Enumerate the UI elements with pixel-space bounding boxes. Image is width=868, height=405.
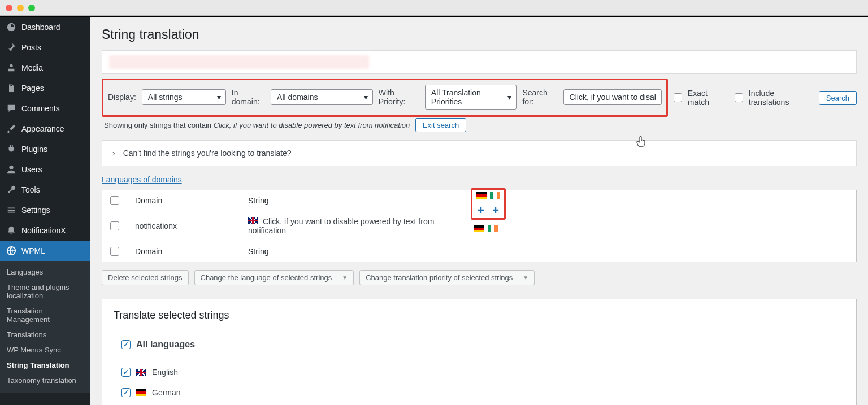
- filter-bar: Display: All strings In domain: All doma…: [102, 79, 668, 117]
- german-label: German: [152, 388, 181, 397]
- sidebar-item-pages[interactable]: Pages: [0, 78, 90, 98]
- bell-icon: [6, 225, 17, 236]
- flag-de-icon: [474, 225, 484, 232]
- select-all-checkbox-bottom[interactable]: [110, 247, 119, 256]
- submenu-item-languages[interactable]: Languages: [0, 264, 90, 280]
- sidebar-item-comments[interactable]: Comments: [0, 98, 90, 119]
- sidebar-label: WPML: [21, 246, 45, 255]
- select-all-checkbox[interactable]: [110, 196, 119, 205]
- all-languages-checkbox[interactable]: [121, 340, 131, 349]
- priority-label: With Priority:: [379, 88, 419, 106]
- window-maximize-button[interactable]: [28, 5, 35, 11]
- sidebar-label: Posts: [21, 43, 41, 52]
- sidebar-label: Settings: [21, 206, 50, 215]
- panel-title: Translate selected strings: [114, 310, 845, 321]
- submenu-item-string-translation[interactable]: String Translation: [0, 358, 90, 373]
- sidebar-label: NotificationX: [21, 226, 66, 235]
- flag-uk-icon: [248, 217, 258, 224]
- chevron-right-icon: ›: [112, 149, 115, 158]
- brush-icon: [6, 123, 17, 134]
- delete-selected-button[interactable]: Delete selected strings: [102, 270, 189, 285]
- english-checkbox[interactable]: [121, 368, 131, 377]
- domain-select[interactable]: All domains: [271, 89, 373, 105]
- flag-ie-icon: [488, 225, 498, 232]
- submenu-item-translation-management[interactable]: Translation Management: [0, 303, 90, 327]
- window-minimize-button[interactable]: [17, 5, 24, 11]
- sidebar-label: Media: [21, 63, 43, 72]
- lang-row-english: English: [114, 362, 845, 382]
- add-translation-de-button[interactable]: +: [475, 204, 487, 216]
- tips-accordion[interactable]: › Can't find the strings you're looking …: [102, 140, 857, 166]
- wrench-icon: [6, 184, 17, 195]
- english-label: English: [152, 368, 178, 377]
- media-icon: [6, 62, 17, 73]
- pin-icon: [6, 42, 17, 53]
- domain-label: In domain:: [232, 88, 265, 106]
- admin-notice: [102, 50, 857, 74]
- submenu-item-taxonomy-translation[interactable]: Taxonomy translation: [0, 373, 90, 388]
- admin-sidebar: Dashboard Posts Media Pages Comments: [0, 17, 90, 405]
- sidebar-item-media[interactable]: Media: [0, 58, 90, 78]
- display-label: Display:: [108, 93, 136, 102]
- exact-match-checkbox[interactable]: [674, 93, 682, 102]
- sidebar-label: Appearance: [21, 124, 64, 133]
- col-string: String: [248, 196, 474, 205]
- sidebar-item-posts[interactable]: Posts: [0, 37, 90, 58]
- sidebar-item-dashboard[interactable]: Dashboard: [0, 17, 90, 37]
- col-domain: Domain: [135, 247, 248, 256]
- sidebar-label: Plugins: [21, 145, 47, 154]
- sidebar-label: Comments: [21, 104, 60, 113]
- wpml-submenu: Languages Theme and plugins localization…: [0, 261, 90, 393]
- sidebar-item-wpml[interactable]: WPML: [0, 241, 90, 261]
- search-button[interactable]: Search: [819, 91, 857, 105]
- include-translations-label: Include translations: [749, 89, 813, 107]
- sidebar-item-tools[interactable]: Tools: [0, 180, 90, 200]
- flag-uk-icon: [136, 369, 146, 376]
- search-input[interactable]: [563, 89, 662, 105]
- cell-domain: notificationx: [135, 221, 248, 230]
- sidebar-label: Dashboard: [21, 23, 60, 32]
- flag-ie-icon: [490, 192, 500, 199]
- bulk-actions: Delete selected strings Change the langu…: [102, 270, 857, 285]
- row-checkbox[interactable]: [110, 221, 119, 230]
- page-icon: [6, 82, 17, 94]
- table-footer-row: Domain String: [102, 241, 856, 262]
- display-select[interactable]: All strings: [142, 89, 226, 105]
- sidebar-item-notificationx[interactable]: NotificationX: [0, 220, 90, 241]
- col-domain: Domain: [135, 196, 248, 205]
- change-language-select[interactable]: Change the language of selected strings▼: [194, 270, 354, 285]
- user-icon: [6, 164, 17, 175]
- dashboard-icon: [6, 21, 17, 33]
- sidebar-item-appearance[interactable]: Appearance: [0, 119, 90, 139]
- priority-select[interactable]: All Translation Priorities: [425, 85, 517, 110]
- sliders-icon: [6, 204, 17, 216]
- include-translations-checkbox[interactable]: [735, 93, 743, 102]
- search-label: Search for:: [522, 88, 557, 106]
- col-string: String: [248, 247, 474, 256]
- sidebar-label: Pages: [21, 84, 44, 93]
- submenu-item-theme-localization[interactable]: Theme and plugins localization: [0, 280, 90, 303]
- german-checkbox[interactable]: [121, 388, 131, 397]
- sidebar-label: Users: [21, 165, 42, 174]
- plug-icon: [6, 143, 17, 155]
- sidebar-item-settings[interactable]: Settings: [0, 200, 90, 220]
- translate-panel: Translate selected strings All languages…: [102, 299, 857, 405]
- flag-de-icon: [136, 389, 146, 396]
- languages-of-domains-link[interactable]: Languages of domains: [102, 175, 182, 184]
- submenu-item-translations[interactable]: Translations: [0, 327, 90, 342]
- flag-de-icon: [476, 192, 487, 199]
- lang-row-german: German: [114, 382, 845, 403]
- submenu-item-wp-menus-sync[interactable]: WP Menus Sync: [0, 342, 90, 358]
- exit-search-button[interactable]: Exit search: [415, 118, 466, 132]
- window-close-button[interactable]: [6, 5, 12, 11]
- lang-row-all: All languages: [114, 334, 845, 355]
- search-status-line: Showing only strings that contain Click,…: [104, 118, 857, 132]
- notice-redacted: [109, 55, 369, 69]
- exact-match-label: Exact match: [688, 89, 729, 107]
- globe-icon: [6, 245, 17, 256]
- add-translation-ie-button[interactable]: +: [490, 204, 501, 216]
- sidebar-item-plugins[interactable]: Plugins: [0, 139, 90, 159]
- sidebar-item-users[interactable]: Users: [0, 159, 90, 180]
- sidebar-label: Tools: [21, 185, 40, 194]
- change-priority-select[interactable]: Change translation priority of selected …: [359, 270, 535, 285]
